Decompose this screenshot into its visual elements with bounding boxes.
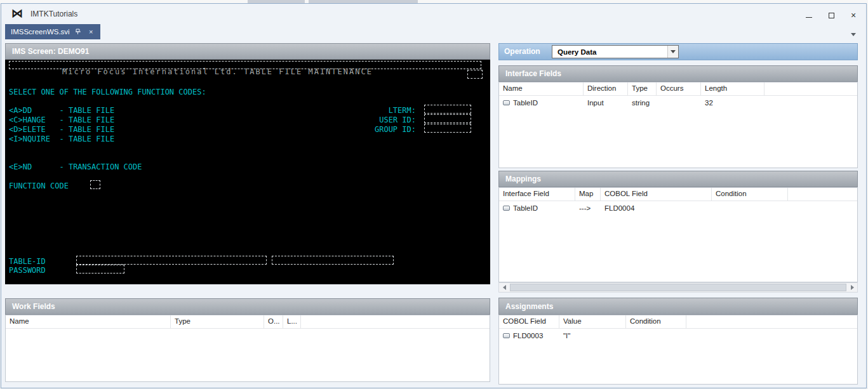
- mappings-horizontal-scrollbar[interactable]: [498, 282, 858, 293]
- tab-list-dropdown-icon[interactable]: [851, 33, 856, 36]
- interface-fields-panel-header: Interface Fields: [498, 65, 858, 82]
- interface-fields-grid: Name Direction Type Occurs Length TableI…: [498, 82, 858, 168]
- assignment-cobol-field: FLD0003: [513, 332, 543, 340]
- column-header-condition[interactable]: Condition: [712, 188, 788, 201]
- column-header-map[interactable]: Map: [575, 188, 601, 201]
- ims-terminal-preview[interactable]: Micro Focus International Ltd. TABLE FIL…: [5, 60, 490, 284]
- scroll-left-icon[interactable]: [499, 283, 509, 292]
- column-header-filler: [301, 315, 490, 328]
- column-header-type[interactable]: Type: [628, 82, 657, 95]
- column-header-cobol-field[interactable]: COBOL Field: [601, 188, 712, 201]
- tab-label: IMSScreenWS.svi: [11, 28, 70, 36]
- table-id-label: TABLE-ID: [9, 257, 46, 267]
- terminal-option-change: <C>HANGE - TABLE FILE: [9, 115, 114, 125]
- work-fields-title: Work Fields: [12, 302, 55, 311]
- field-icon: [503, 100, 510, 105]
- terminal-prompt: SELECT ONE OF THE FOLLOWING FUNCTION COD…: [9, 88, 206, 97]
- scroll-right-icon[interactable]: [847, 283, 857, 292]
- operation-label: Operation: [504, 47, 540, 56]
- window-title: IMTKTutorials: [30, 10, 77, 18]
- column-header-interface-field[interactable]: Interface Field: [499, 188, 575, 201]
- column-header-value[interactable]: Value: [559, 315, 626, 328]
- column-header-condition[interactable]: Condition: [626, 315, 686, 328]
- pin-icon[interactable]: [74, 28, 83, 36]
- ims-screen-panel-header: IMS Screen: DEMO91: [5, 43, 490, 60]
- lterm-label: LTERM:: [348, 106, 416, 115]
- table-row[interactable]: TableID ---> FLD0004: [499, 201, 857, 214]
- column-header-length[interactable]: L...: [283, 315, 301, 328]
- assignments-grid-header: COBOL Field Value Condition: [499, 315, 857, 329]
- interface-field-name: TableID: [513, 99, 538, 107]
- operation-selected-value: Query Data: [552, 48, 667, 56]
- column-header-length[interactable]: Length: [701, 82, 765, 95]
- column-header-name[interactable]: Name: [499, 82, 584, 95]
- column-header-filler: [686, 315, 857, 328]
- terminal-option-inquire: <I>NQUIRE - TABLE FILE: [9, 135, 114, 144]
- column-header-cobol-field[interactable]: COBOL Field: [499, 315, 559, 328]
- terminal-option-delete: <D>ELETE - TABLE FILE: [9, 125, 114, 135]
- function-code-field[interactable]: [90, 180, 100, 189]
- work-fields-panel-header: Work Fields: [5, 298, 490, 315]
- table-id-field[interactable]: [76, 256, 267, 265]
- column-header-filler: [788, 188, 857, 201]
- tab-close-icon[interactable]: ×: [87, 28, 95, 36]
- column-header-direction[interactable]: Direction: [584, 82, 628, 95]
- table-row[interactable]: FLD0003 "I": [499, 329, 857, 342]
- chevron-down-icon[interactable]: [667, 46, 678, 58]
- terminal-option-add: <A>DD - TABLE FILE: [9, 106, 114, 115]
- group-id-field[interactable]: [424, 124, 471, 133]
- terminal-banner: Micro Focus International Ltd. TABLE FIL…: [62, 67, 373, 77]
- interface-field-type: string: [628, 99, 657, 107]
- password-label: PASSWORD: [9, 266, 46, 275]
- interface-fields-title: Interface Fields: [505, 69, 561, 78]
- assignment-value: "I": [559, 332, 626, 340]
- user-id-field[interactable]: [424, 114, 471, 123]
- tab-imsscreenws[interactable]: IMSScreenWS.svi ×: [5, 24, 100, 39]
- interface-field-length: 32: [701, 99, 765, 107]
- user-id-label: USER ID:: [348, 115, 416, 125]
- mappings-grid: Interface Field Map COBOL Field Conditio…: [498, 187, 858, 282]
- field-icon: [503, 333, 510, 338]
- table-id-field-2[interactable]: [272, 256, 394, 265]
- close-button[interactable]: ×: [845, 9, 862, 22]
- work-fields-grid-header: Name Type O... L...: [6, 315, 490, 329]
- assignments-title: Assignments: [505, 302, 553, 311]
- field-icon: [503, 206, 510, 211]
- minimize-button[interactable]: [800, 9, 818, 22]
- mapping-interface-field: TableID: [513, 204, 538, 212]
- column-header-filler: [765, 82, 857, 95]
- password-field[interactable]: [76, 265, 124, 274]
- title-bar: ⋈ IMTKTutorials ×: [1, 4, 866, 23]
- mapping-direction-arrow: --->: [575, 204, 601, 212]
- assignments-grid: COBOL Field Value Condition FLD0003 "I": [498, 315, 858, 385]
- column-header-occurs[interactable]: Occurs: [657, 82, 701, 95]
- table-row[interactable]: TableID Input string 32: [499, 96, 857, 109]
- visual-studio-logo-icon: ⋈: [11, 6, 23, 20]
- terminal-option-end: <E>ND - TRANSACTION CODE: [9, 162, 142, 172]
- screen: ⋈ IMTKTutorials × IMSScreenWS.svi × IMS …: [0, 0, 868, 389]
- function-code-label: FUNCTION CODE: [9, 181, 69, 191]
- mappings-grid-header: Interface Field Map COBOL Field Conditio…: [499, 188, 857, 201]
- mappings-panel-header: Mappings: [498, 171, 858, 187]
- work-fields-grid: Name Type O... L...: [5, 315, 490, 382]
- mappings-title: Mappings: [505, 175, 541, 183]
- column-header-occurs[interactable]: O...: [264, 315, 283, 328]
- group-id-label: GROUP ID:: [348, 125, 416, 135]
- column-header-type[interactable]: Type: [171, 315, 264, 328]
- interface-field-direction: Input: [584, 99, 628, 107]
- mapping-cobol-field: FLD0004: [601, 204, 712, 212]
- ims-screen-title: IMS Screen: DEMO91: [12, 47, 89, 56]
- interface-fields-grid-header: Name Direction Type Occurs Length: [499, 82, 857, 96]
- status-field[interactable]: [467, 70, 483, 79]
- assignments-panel-header: Assignments: [498, 298, 858, 315]
- scrollbar-thumb[interactable]: [510, 284, 846, 291]
- lterm-field[interactable]: [424, 105, 471, 114]
- column-header-name[interactable]: Name: [6, 315, 171, 328]
- maximize-button[interactable]: [822, 9, 840, 22]
- operation-combobox[interactable]: Query Data: [552, 45, 679, 58]
